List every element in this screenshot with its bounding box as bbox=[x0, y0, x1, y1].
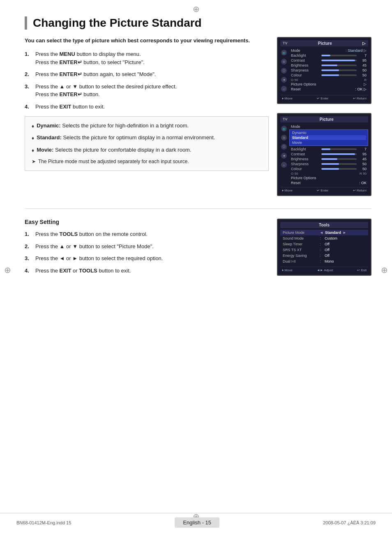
tv-screen-1-body: 📺 ◎ ⬡ ◈ ☼ Mode : Standard ▷ bbox=[280, 48, 368, 93]
tv-screen-2-icons: 📺 ◎ ⬡ ◈ ☼ bbox=[280, 124, 288, 185]
tv-sharpness-fill bbox=[321, 69, 339, 71]
easy-setting-heading: Easy Setting bbox=[25, 219, 269, 225]
tv-colour-bar-2 bbox=[321, 168, 357, 170]
tools-srs-colon: : bbox=[320, 248, 325, 252]
tv-colour-label-2: Colour bbox=[291, 167, 320, 171]
tv-icon-s3: ⬡ bbox=[281, 144, 287, 150]
tv-screens-wrapper: TV Picture ▷ 📺 ◎ ⬡ ◈ ☼ bbox=[277, 37, 371, 201]
info-item-dynamic: ♦ Dynamic: Selects the picture for high-… bbox=[32, 122, 262, 130]
tv-row-contrast-1: Contrast 95 bbox=[289, 58, 368, 63]
tv-options-row-1: Picture Options ▷ bbox=[289, 82, 368, 87]
tv-colour-val: 50 bbox=[358, 73, 367, 77]
easy-setting-area: Easy Setting 1. Press the TOOLS button o… bbox=[25, 219, 371, 279]
tv-icon-s2: ◎ bbox=[281, 135, 287, 141]
tv-colour-fill bbox=[321, 74, 339, 76]
tv-mode-row-1: Mode : Standard ▷ bbox=[289, 48, 368, 53]
tv-backlight-fill bbox=[321, 55, 330, 56]
tv-icon-s5: ☼ bbox=[281, 162, 287, 168]
tools-srs-label: SRS TS XT bbox=[283, 248, 320, 252]
tv-brightness-fill-2 bbox=[321, 158, 337, 160]
tv-screen-1-bottombar: ♦ Move ↵ Enter ↩ Return bbox=[280, 95, 368, 101]
tv-bottom-enter-2: ↵ Enter bbox=[317, 189, 328, 192]
tools-energy-label: Energy Saving bbox=[283, 254, 320, 258]
step-1-bold2: ENTER↵ bbox=[60, 59, 82, 65]
tv-icon-2: ◎ bbox=[281, 59, 287, 65]
tv-colour-bar bbox=[321, 74, 357, 76]
bar-label-o: O 50 bbox=[291, 78, 298, 82]
tv-options-row-2: Picture Options bbox=[289, 175, 368, 180]
tv-sharpness-label-2: Sharpness bbox=[291, 162, 320, 166]
bar-label-o-2: O 50 bbox=[291, 172, 298, 175]
tools-dual-val: Mono bbox=[325, 259, 334, 263]
easy-step-4-text: Press the EXIT or TOOLS button to exit. bbox=[35, 267, 131, 275]
step-2-number: 2. bbox=[25, 70, 32, 78]
info-standard-text: Standard: Selects the picture for optimu… bbox=[37, 134, 215, 142]
easy-step-3-number: 3. bbox=[25, 254, 32, 263]
tv-screen-1-label: TV bbox=[283, 41, 288, 46]
tv-row-sharpness-2: Sharpness 50 bbox=[289, 162, 368, 166]
tv-screen-2-body: 📺 ◎ ⬡ ◈ ☼ Mode Dynamic bbox=[280, 124, 368, 185]
tv-contrast-bar bbox=[321, 60, 357, 61]
tools-row-sound-mode: Sound Mode : Custom bbox=[280, 235, 368, 241]
step-4-bold: EXIT bbox=[60, 104, 71, 110]
tv-screen-1-title: Picture bbox=[318, 41, 332, 46]
easy-step-2: 2. Press the ▲ or ▼ button to select "Pi… bbox=[25, 242, 269, 251]
tv-icon-s1: 📺 bbox=[281, 126, 287, 132]
info-box: ♦ Dynamic: Selects the picture for high-… bbox=[25, 116, 269, 171]
step-4: 4. Press the EXIT button to exit. bbox=[25, 103, 269, 111]
tv-screen-2-main: Mode Dynamic Standard Movie Backlight bbox=[289, 124, 368, 185]
tv-backlight-fill-2 bbox=[321, 148, 330, 150]
tools-picture-mode-val: Standard bbox=[325, 231, 341, 235]
easy-step-4: 4. Press the EXIT or TOOLS button to exi… bbox=[25, 267, 269, 275]
tv-bar-labels-2: O 50 R 50 bbox=[289, 172, 368, 175]
tv-colour-label: Colour bbox=[291, 73, 320, 77]
tv-reset-row-2: Reset : OK bbox=[289, 180, 368, 185]
tv-sharpness-label: Sharpness bbox=[291, 68, 320, 72]
tv-bottom-enter: ↵ Enter bbox=[317, 97, 328, 100]
tv-contrast-val: 95 bbox=[358, 58, 367, 62]
easy-step-1-bold: TOOLS bbox=[60, 231, 78, 237]
tools-row-srs: SRS TS XT : Off bbox=[280, 247, 368, 253]
footer-left-text: BN68-01412M-Eng.indd 15 bbox=[16, 520, 71, 525]
tv-backlight-val-2: 7 bbox=[358, 147, 367, 151]
tv-contrast-label-2: Contrast bbox=[291, 152, 320, 156]
tv-icon-5: ☼ bbox=[281, 86, 287, 92]
tv-screen-1-main: Mode : Standard ▷ Backlight 7 bbox=[289, 48, 368, 93]
tv-screen-2-tv-label: TV bbox=[283, 117, 288, 122]
tv-screen-2-bottombar: ♦ Move ↵ Enter ↩ Return bbox=[280, 187, 368, 193]
info-standard-label: Standard: bbox=[37, 134, 62, 141]
tools-arrow-right-icon: ► bbox=[343, 231, 346, 235]
tools-screen-header: Tools bbox=[280, 222, 368, 228]
tools-energy-val: Off bbox=[325, 254, 330, 258]
note-text: The Picture mode must be adjusted separa… bbox=[38, 158, 189, 166]
tools-bottom-exit: ↩ Exit bbox=[357, 268, 367, 272]
step-2-bold: ENTER↵ bbox=[60, 71, 82, 77]
tools-sound-colon: : bbox=[320, 236, 325, 240]
tv-row-brightness-1: Brightness 45 bbox=[289, 63, 368, 68]
tv-options-arrow: ▷ bbox=[364, 82, 367, 86]
tools-sleep-val: Off bbox=[325, 242, 330, 246]
tv-screen-2: TV Picture 📺 ◎ ⬡ ◈ ☼ bbox=[277, 113, 371, 196]
tv-backlight-val: 7 bbox=[358, 53, 367, 58]
step-3-number: 3. bbox=[25, 83, 32, 99]
tv-mode-label-2: Mode bbox=[291, 125, 300, 129]
easy-step-2-text: Press the ▲ or ▼ button to select "Pictu… bbox=[35, 242, 154, 251]
compass-left-icon: ⊕ bbox=[4, 265, 11, 275]
tv-row-colour-1: Colour 50 bbox=[289, 73, 368, 78]
step-4-number: 4. bbox=[25, 103, 32, 111]
tv-colour-fill-2 bbox=[321, 168, 339, 170]
main-content: You can select the type of picture which… bbox=[25, 37, 371, 201]
tv-row-colour-2: Colour 50 bbox=[289, 166, 368, 171]
tools-row-picture-mode: Picture Mode ◄ Standard ► bbox=[280, 230, 368, 235]
compass-top-icon: ⊕ bbox=[193, 4, 200, 14]
tv-colour-val-2: 50 bbox=[358, 167, 367, 171]
step-1-bold1: MENU bbox=[60, 51, 75, 57]
tools-picture-mode-label: Picture Mode bbox=[283, 231, 320, 235]
tools-screen-bottombar: ♦ Move ◄► Adjust ↩ Exit bbox=[280, 267, 368, 272]
tools-screen: Tools Picture Mode ◄ Standard ► Sound Mo… bbox=[277, 219, 371, 276]
tools-dual-colon: : bbox=[320, 259, 325, 263]
tv-mode-row-2: Mode bbox=[289, 124, 368, 129]
tools-row-dual: Dual I-II : Mono bbox=[280, 258, 368, 264]
easy-right: Tools Picture Mode ◄ Standard ► Sound Mo… bbox=[277, 219, 371, 279]
tv-icon-4: ◈ bbox=[281, 77, 287, 83]
